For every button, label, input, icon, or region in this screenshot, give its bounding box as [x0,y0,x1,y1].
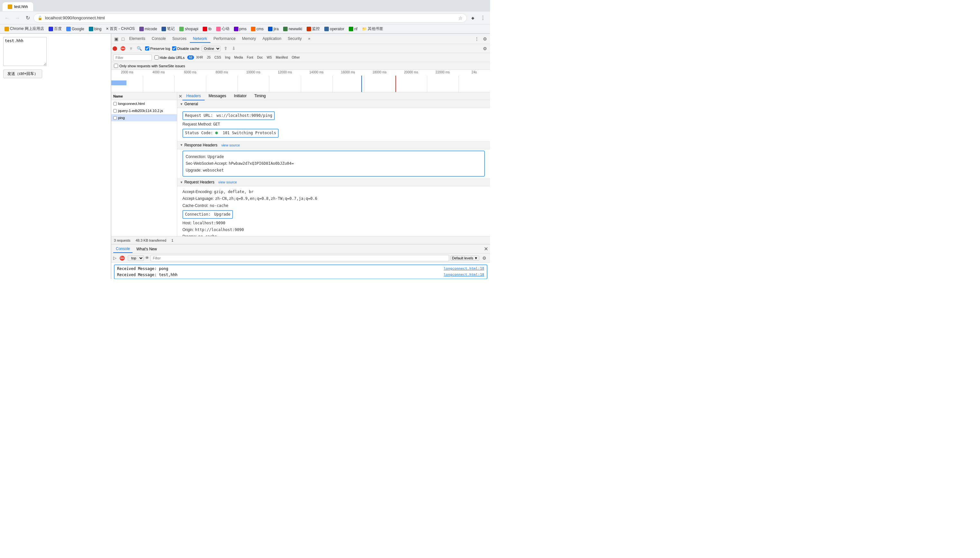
bookmark-google[interactable]: Google [64,26,86,32]
devtools-dock-icon[interactable]: ▣ [113,35,120,43]
extensions-button[interactable]: ◆ [468,13,477,23]
export-button[interactable]: ⇩ [231,45,237,51]
disable-cache-checkbox[interactable] [172,46,176,51]
filter-manifest-btn[interactable]: Manifest [274,55,290,59]
bookmark-chaos[interactable]: ✕ 首页 - CHAOS [104,25,136,32]
search-icon-btn[interactable]: 🔍 [136,45,143,51]
import-button[interactable]: ⇧ [223,45,229,51]
network-settings-icon[interactable]: ⚙ [481,45,489,52]
request-headers-header[interactable]: ▼ Request Headers view source [177,178,490,186]
samesite-label[interactable]: Only show requests with SameSite issues [114,64,185,68]
devtools-settings-icon[interactable]: ⚙ [481,35,489,43]
tab-more[interactable]: » [305,35,314,43]
console-tab-console[interactable]: Console [113,245,133,253]
bookmark-monitor[interactable]: 监控 [305,25,322,32]
bookmark-nf[interactable]: nf [347,26,359,32]
filter-icon-btn[interactable]: ▿ [129,45,134,51]
console-settings-icon[interactable]: ⚙ [481,254,488,262]
filter-img-btn[interactable]: Img [223,55,232,59]
message-textarea[interactable]: test.hhh [3,37,47,66]
bookmark-operator[interactable]: operator [322,26,346,32]
samesite-checkbox[interactable] [114,64,118,68]
request-view-source[interactable]: view source [218,180,237,184]
console-eye-icon[interactable]: 👁 [145,256,149,260]
clear-button[interactable]: ⛔ [119,45,127,51]
request-item-jquery[interactable]: jquery-1-edb203c114.10.2.js [111,107,177,114]
tab-sources[interactable]: Sources [169,35,190,43]
detail-tab-headers[interactable]: Headers [182,92,205,100]
star-icon[interactable]: ☆ [459,15,463,21]
filter-media-btn[interactable]: Media [233,55,244,59]
bookmark-tb[interactable]: tb [201,26,213,32]
bookmark-jira[interactable]: jira [266,26,280,32]
filter-doc-btn[interactable]: Doc [256,55,264,59]
throttle-select[interactable]: Online [202,46,221,51]
detail-tab-timing[interactable]: Timing [250,92,270,100]
filter-ws-btn[interactable]: WS [265,55,274,59]
filter-xhr-btn[interactable]: XHR [195,55,205,59]
tab-network[interactable]: Network [190,35,210,43]
detail-tab-messages[interactable]: Messages [205,92,230,100]
bookmark-newwiki[interactable]: newwiki [281,26,304,32]
bookmark-other[interactable]: 📁 其他书签 [360,25,385,32]
console-top-icon[interactable]: ▷ [113,256,116,260]
console-clear-icon[interactable]: ⛔ [118,254,126,262]
devtools-more-icon[interactable]: ⋮ [473,35,481,43]
close-detail-button[interactable]: ✕ [179,94,182,99]
hide-data-urls-check[interactable]: Hide data URLs [154,55,185,59]
bookmark-bing[interactable]: bing [87,26,103,32]
address-bar[interactable]: 🔓 localhost:9090/longconnect.html ☆ [33,13,467,23]
console-filter-input[interactable] [151,255,449,261]
requests-panel: Name longconnect.html jquery-1-edb203c11… [111,92,177,236]
tab-performance[interactable]: Performance [210,35,239,43]
back-button[interactable]: ← [3,13,11,23]
default-levels-button[interactable]: Default levels ▼ [451,256,479,261]
menu-button[interactable]: ⋮ [479,13,487,23]
filter-css-btn[interactable]: CSS [213,55,223,59]
req-checkbox-longconnect[interactable] [113,102,117,105]
request-item-ping[interactable]: ping [111,114,177,121]
disable-cache-label[interactable]: Disable cache [172,46,200,51]
bookmark-cms[interactable]: cms [249,26,265,32]
filter-other-btn[interactable]: Other [290,55,302,59]
bookmark-xindong[interactable]: 心动 [214,25,231,32]
req-checkbox-jquery[interactable] [113,109,117,113]
tab-memory[interactable]: Memory [239,35,259,43]
bookmark-baidu[interactable]: 百度 [47,25,64,32]
console-close-button[interactable]: ✕ [484,246,488,252]
console-msg-2-link[interactable]: longconnect.html:18 [444,272,484,278]
req-checkbox-ping[interactable] [113,116,117,120]
bookmark-chrome-webstore[interactable]: Chrome 网上应用店 [3,25,46,32]
console-scope-select[interactable]: top [128,255,144,261]
filter-all-btn[interactable]: All [187,55,194,59]
preserve-log-label[interactable]: Preserve log [145,46,170,51]
response-headers-header[interactable]: ▼ Response Headers view source [177,141,490,149]
tab-security[interactable]: Security [284,35,305,43]
console-msg-1-link[interactable]: longconnect.html:18 [444,266,484,272]
general-section-header[interactable]: ▼ General [177,100,490,108]
console-tab-whatsnew[interactable]: What's New [134,246,160,253]
bookmark-pms[interactable]: pms [232,26,249,32]
send-button[interactable]: 发送（ctrl+回车） [3,69,42,78]
filter-input[interactable] [113,54,152,61]
reload-button[interactable]: ↻ [23,13,32,23]
forward-button[interactable]: → [13,13,22,23]
request-item-longconnect[interactable]: longconnect.html [111,100,177,107]
record-button[interactable] [113,46,117,51]
bookmark-notes[interactable]: 笔记 [160,25,177,32]
browser-tab[interactable]: test.hhh [3,2,33,11]
tab-favicon [8,5,12,9]
filter-js-btn[interactable]: JS [205,55,212,59]
bookmark-shopapi[interactable]: shopapi [177,26,200,32]
tab-console[interactable]: Console [149,35,169,43]
preserve-log-checkbox[interactable] [145,46,149,51]
detail-tab-initiator[interactable]: Initiator [230,92,250,100]
req-connection-row: Connection: Upgrade [182,210,485,220]
tab-elements[interactable]: Elements [126,35,148,43]
response-view-source[interactable]: view source [221,143,240,147]
tab-application[interactable]: Application [259,35,285,43]
filter-font-btn[interactable]: Font [245,55,255,59]
hide-data-urls-checkbox[interactable] [154,55,159,59]
bookmark-micode[interactable]: micode [138,26,159,32]
devtools-undock-icon[interactable]: □ [120,35,126,43]
